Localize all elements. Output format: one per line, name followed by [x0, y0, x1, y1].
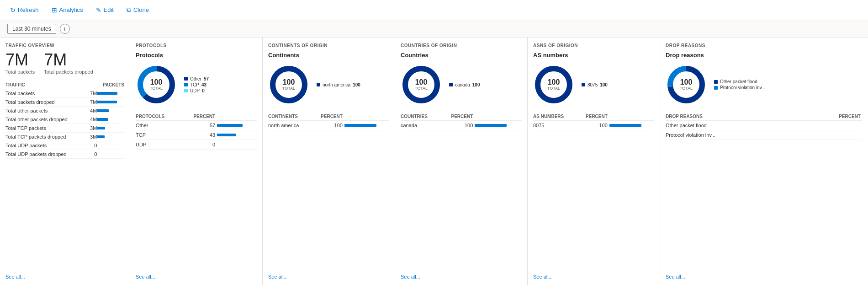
traffic-overview-panel: TRAFFIC OVERVIEW 7M Total packets 7M Tot… [0, 38, 130, 285]
protocols-section-title: PROTOCOLS [136, 43, 257, 48]
legend-item: UDP 0 [184, 88, 209, 93]
data-table-row: Other packet flood [666, 121, 863, 130]
drop-reasons-panel: DROP REASONS Drop reasons 100 TOTAL Othe… [660, 38, 868, 285]
protocols-total: 100 [150, 79, 163, 86]
continents-chart-title: Continents [268, 52, 389, 59]
legend-label: north america [323, 82, 350, 87]
legend-item: Other 57 [184, 76, 209, 81]
traffic-row-bar [97, 89, 124, 98]
asns-chart-title: AS numbers [533, 52, 654, 59]
legend-value: 43 [201, 82, 206, 87]
protocols-table: PROTOCOLS PERCENT Other 57 TCP 43 UDP 0 [136, 113, 257, 150]
legend-value: 0 [202, 88, 205, 93]
data-table-row: 8075 100 [533, 121, 654, 130]
protocols-donut: 100 TOTAL [136, 64, 177, 105]
traffic-row-label: Total packets dropped [5, 98, 88, 107]
data-row-label: Other packet flood [666, 121, 799, 130]
edit-button[interactable]: ✎ Edit [93, 5, 116, 16]
traffic-row-bar [97, 98, 124, 107]
legend-value: 100 [472, 82, 480, 87]
data-row-bar [344, 121, 389, 130]
protocols-panel: PROTOCOLS Protocols 100 TOTAL Other 57 [130, 38, 263, 285]
traffic-see-all[interactable]: See all... [5, 270, 124, 280]
data-row-value: 43 [180, 130, 217, 140]
protocols-see-all[interactable]: See all... [136, 270, 257, 280]
main-content: TRAFFIC OVERVIEW 7M Total packets 7M Tot… [0, 38, 868, 285]
traffic-row-value: 7M [88, 98, 97, 107]
legend-dot [184, 77, 188, 81]
data-row-value: 57 [180, 121, 217, 130]
analytics-icon: ⊞ [52, 6, 57, 14]
traffic-row-label: Total packets [5, 89, 88, 98]
continents-donut: 100 TOTAL [268, 64, 309, 105]
data-row-label: Protocol violation inv... [666, 130, 799, 140]
total-packets-number: 7M [5, 52, 35, 68]
traffic-table-row: Total packets 7M [5, 89, 124, 98]
asns-donut-label: 100 TOTAL [547, 79, 560, 91]
data-row-bar [475, 121, 522, 130]
refresh-button[interactable]: ↻ Refresh [7, 5, 42, 16]
data-row-value: 100 [576, 121, 609, 130]
edit-icon: ✎ [96, 6, 101, 14]
legend-label: canada [455, 82, 470, 87]
legend-value: 100 [600, 82, 608, 87]
data-row-label: 8075 [533, 121, 576, 130]
drop-reasons-section-title: DROP REASONS [666, 43, 863, 48]
add-filter-button[interactable]: + [60, 24, 70, 34]
time-range-button[interactable]: Last 30 minutes [7, 24, 56, 34]
legend-label: Other [190, 76, 201, 81]
drop-reasons-donut-label: 100 TOTAL [680, 79, 693, 91]
data-table-row: canada 100 [401, 121, 522, 130]
continents-see-all[interactable]: See all... [268, 270, 389, 280]
total-dropped-number: 7M [44, 52, 93, 68]
countries-chart-title: Countries [401, 52, 522, 59]
traffic-row-value: 4M [88, 107, 97, 115]
toolbar: ↻ Refresh ⊞ Analytics ✎ Edit ⧉ Clone [0, 0, 868, 20]
data-table-row: north america 100 [268, 121, 389, 130]
legend-label: Protocol violation inv... [720, 85, 765, 90]
traffic-row-value: 0 [88, 150, 97, 159]
data-row-label: north america [268, 121, 311, 130]
countries-legend: canada 100 [449, 82, 480, 87]
total-packets-stat: 7M Total packets [5, 52, 35, 75]
traffic-row-value: 7M [88, 89, 97, 98]
asns-see-all[interactable]: See all... [533, 270, 654, 280]
legend-dot [317, 83, 320, 86]
continents-panel: CONTINENTS OF ORIGIN Continents 100 TOTA… [263, 38, 395, 285]
asns-legend: 8075 100 [582, 82, 608, 87]
legend-dot [714, 86, 718, 90]
protocols-legend: Other 57 TCP 43 UDP 0 [184, 76, 209, 93]
drop-reasons-see-all[interactable]: See all... [666, 270, 863, 280]
refresh-icon: ↻ [10, 6, 16, 14]
asns-donut: 100 TOTAL [533, 64, 574, 105]
traffic-row-bar [97, 133, 124, 141]
clone-button[interactable]: ⧉ Clone [124, 4, 152, 16]
filter-bar: Last 30 minutes + [0, 20, 868, 38]
legend-label: Other packet flood [720, 79, 757, 84]
data-table-row: TCP 43 [136, 130, 257, 140]
legend-item: Protocol violation inv... [714, 85, 765, 90]
legend-dot [714, 80, 718, 84]
analytics-button[interactable]: ⊞ Analytics [49, 5, 86, 16]
traffic-table: TRAFFIC PACKETS Total packets 7M Total p… [5, 81, 124, 159]
continents-legend: north america 100 [317, 82, 360, 87]
traffic-table-row: Total other packets 4M [5, 107, 124, 115]
data-row-value: 0 [180, 140, 217, 150]
traffic-col-header: TRAFFIC [5, 81, 88, 89]
drop-reasons-chart-title: Drop reasons [666, 52, 863, 59]
traffic-row-bar [97, 107, 124, 115]
continents-table: CONTINENTS PERCENT north america 100 [268, 113, 389, 130]
countries-see-all[interactable]: See all... [401, 270, 522, 280]
data-row-value [799, 121, 863, 130]
legend-value: 100 [353, 82, 360, 87]
traffic-row-value: 0 [88, 141, 97, 150]
traffic-table-row: Total other packets dropped 4M [5, 115, 124, 124]
traffic-row-bar [97, 141, 124, 150]
protocols-donut-row: 100 TOTAL Other 57 TCP 43 UDP 0 [136, 64, 257, 105]
data-table-row: Protocol violation inv... [666, 130, 863, 140]
traffic-row-bar [97, 124, 124, 133]
data-row-label: TCP [136, 130, 180, 140]
countries-donut-label: 100 TOTAL [415, 79, 428, 91]
traffic-row-bar [97, 115, 124, 124]
data-row-bar [609, 121, 654, 130]
